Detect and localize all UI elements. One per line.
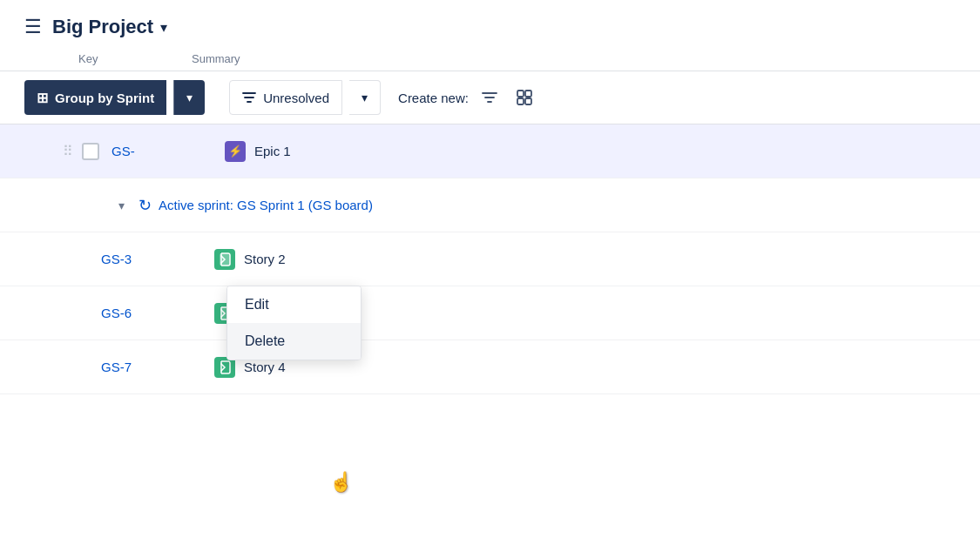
unresolved-filter-button[interactable]: Unresolved	[229, 80, 342, 115]
unresolved-label: Unresolved	[263, 91, 329, 105]
row-checkbox[interactable]	[82, 143, 99, 160]
issue-key[interactable]: GS-	[112, 144, 225, 158]
issue-key[interactable]: GS-7	[101, 360, 214, 374]
sprint-row: ▾ ↻ Active sprint: GS Sprint 1 (GS board…	[0, 178, 980, 232]
table-row: ⠿ GS- ⚡ Epic 1	[0, 124, 980, 178]
grid-icon: ⊞	[37, 90, 48, 106]
table-row: GS-3 Story 2	[0, 232, 980, 286]
page-header: ☰ Big Project ▾	[0, 0, 980, 47]
create-group-button[interactable]	[510, 84, 538, 111]
issue-title: Epic 1	[254, 144, 291, 158]
issue-key[interactable]: GS-6	[101, 306, 214, 320]
cursor: ☝	[329, 471, 353, 494]
project-chevron-icon[interactable]: ▾	[160, 19, 167, 36]
create-filter-button[interactable]	[476, 84, 504, 111]
table-area: ⠿ GS- ⚡ Epic 1 ▾ ↻ Active sprint: GS Spr…	[0, 124, 980, 394]
sprint-cycle-icon: ↻	[139, 196, 152, 215]
table-row: GS-6 Story 1	[0, 286, 980, 340]
svg-rect-2	[517, 98, 524, 104]
svg-rect-0	[517, 91, 524, 97]
table-row: GS-7 Story 4	[0, 340, 980, 394]
filter-icon-2	[481, 89, 498, 106]
delete-menu-item[interactable]: Delete	[227, 323, 361, 360]
issue-summary: ⚡ Epic 1	[225, 141, 956, 162]
create-new-label: Create new:	[398, 91, 469, 105]
group-icon	[516, 89, 533, 106]
toolbar: ⊞ Group by Sprint ▾ Unresolved ▾ Create …	[0, 71, 980, 124]
col-summary-header: Summary	[192, 52, 240, 65]
col-key-header: Key	[78, 52, 192, 65]
context-menu: Edit Delete	[226, 286, 362, 360]
chevron-down-icon: ▾	[186, 91, 193, 104]
sprint-expand-icon[interactable]: ▾	[118, 198, 125, 212]
group-by-sprint-label: Group by Sprint	[55, 91, 154, 105]
issue-title: Story 4	[244, 360, 286, 374]
svg-rect-1	[525, 91, 531, 97]
chevron-down-icon-2: ▾	[362, 91, 368, 104]
epic-type-icon: ⚡	[225, 141, 246, 162]
drag-handle-icon[interactable]: ⠿	[63, 143, 73, 159]
filter-icon	[242, 91, 256, 104]
sprint-link[interactable]: Active sprint: GS Sprint 1 (GS board)	[159, 198, 373, 212]
edit-menu-item[interactable]: Edit	[227, 286, 361, 323]
project-title: Big Project	[52, 16, 153, 38]
issue-title: Story 2	[244, 252, 286, 266]
group-by-sprint-chevron-button[interactable]: ▾	[173, 80, 205, 115]
project-icon: ☰	[24, 16, 42, 38]
issue-key[interactable]: GS-3	[101, 252, 214, 266]
column-headers: Key Summary	[0, 47, 980, 71]
story-type-icon	[214, 249, 235, 270]
group-by-sprint-button[interactable]: ⊞ Group by Sprint	[24, 80, 166, 115]
svg-rect-3	[525, 98, 531, 104]
issue-summary: Story 2	[214, 249, 956, 270]
unresolved-chevron-button[interactable]: ▾	[349, 80, 381, 115]
